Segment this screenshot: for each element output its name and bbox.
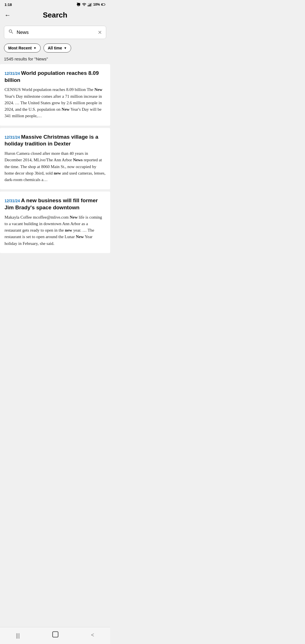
svg-rect-3 — [91, 3, 92, 6]
sort-filter-label: Most Recent — [8, 46, 32, 50]
article-header: 12/31/24 Massive Christmas village is a … — [5, 134, 106, 147]
article-date: 12/31/24 — [5, 135, 20, 140]
article-card[interactable]: 12/31/24 World population reaches 8.09 b… — [0, 64, 110, 126]
status-icons: 10% — [76, 2, 106, 7]
search-input[interactable] — [17, 30, 98, 35]
svg-rect-6 — [105, 4, 105, 5]
article-body: CENSUS World population reaches 8.09 bil… — [5, 86, 106, 119]
article-date: 12/31/24 — [5, 71, 20, 76]
results-count: 1545 results for "News" — [0, 55, 110, 64]
sort-filter-arrow-icon: ▼ — [33, 46, 36, 50]
article-body: Makayla Coffee mcoffee@mlive.com New lif… — [5, 214, 106, 247]
article-date: 12/31/24 — [5, 199, 20, 203]
header: ← Search — [0, 8, 110, 23]
status-time: 1:18 — [5, 3, 12, 7]
status-bar: 1:18 10% — [0, 0, 110, 8]
back-button[interactable]: ← — [5, 12, 11, 19]
wifi-icon — [82, 2, 86, 7]
battery-indicator: 10% — [93, 3, 100, 6]
article-body: Huron Camera closed after more than 40 y… — [5, 150, 106, 183]
article-header: 12/31/24 A new business will fill former… — [5, 197, 106, 211]
svg-rect-5 — [102, 4, 103, 5]
search-box: ✕ — [4, 26, 106, 39]
article-header: 12/31/24 World population reaches 8.09 b… — [5, 70, 106, 84]
article-card[interactable]: 12/31/24 Massive Christmas village is a … — [0, 128, 110, 190]
articles-list: 12/31/24 World population reaches 8.09 b… — [0, 64, 110, 276]
signal-icon — [88, 2, 92, 7]
search-icon — [8, 29, 14, 36]
page-title: Search — [43, 11, 67, 19]
clear-search-button[interactable]: ✕ — [98, 29, 102, 36]
battery-icon — [101, 2, 106, 7]
svg-rect-2 — [90, 4, 91, 6]
mute-icon — [76, 2, 81, 7]
svg-rect-1 — [89, 5, 90, 6]
article-card[interactable]: 12/31/24 A new business will fill former… — [0, 192, 110, 253]
time-filter-button[interactable]: All time ▼ — [43, 43, 71, 53]
svg-rect-0 — [88, 5, 89, 6]
sort-filter-button[interactable]: Most Recent ▼ — [4, 43, 41, 53]
time-filter-arrow-icon: ▼ — [64, 46, 67, 50]
search-container: ✕ — [0, 23, 110, 42]
filter-row: Most Recent ▼ All time ▼ — [0, 42, 110, 55]
time-filter-label: All time — [48, 46, 62, 50]
